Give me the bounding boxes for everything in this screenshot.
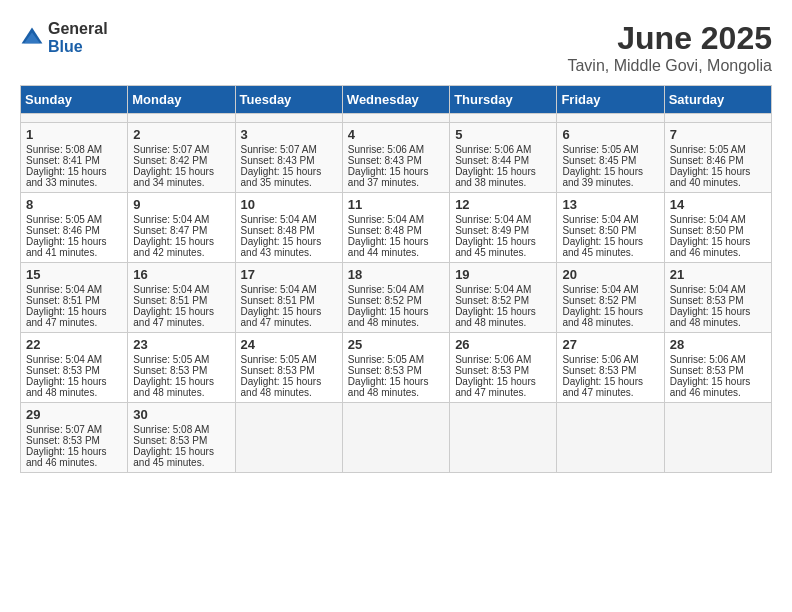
sunset-label: Sunset: 8:53 PM: [26, 365, 100, 376]
col-wednesday: Wednesday: [342, 86, 449, 114]
daylight-label: Daylight: 15 hours and 44 minutes.: [348, 236, 429, 258]
day-number: 25: [348, 337, 444, 352]
sunrise-label: Sunrise: 5:04 AM: [562, 284, 638, 295]
daylight-label: Daylight: 15 hours and 45 minutes.: [133, 446, 214, 468]
sunset-label: Sunset: 8:48 PM: [348, 225, 422, 236]
sunrise-label: Sunrise: 5:04 AM: [348, 284, 424, 295]
calendar-cell: 13 Sunrise: 5:04 AM Sunset: 8:50 PM Dayl…: [557, 193, 664, 263]
day-number: 3: [241, 127, 337, 142]
day-number: 15: [26, 267, 122, 282]
day-number: 13: [562, 197, 658, 212]
daylight-label: Daylight: 15 hours and 46 minutes.: [670, 236, 751, 258]
daylight-label: Daylight: 15 hours and 48 minutes.: [670, 306, 751, 328]
calendar-cell: [450, 403, 557, 473]
day-number: 23: [133, 337, 229, 352]
calendar-table: Sunday Monday Tuesday Wednesday Thursday…: [20, 85, 772, 473]
logo-general: General: [48, 20, 108, 37]
calendar-cell: 9 Sunrise: 5:04 AM Sunset: 8:47 PM Dayli…: [128, 193, 235, 263]
sunset-label: Sunset: 8:53 PM: [455, 365, 529, 376]
day-number: 24: [241, 337, 337, 352]
sunset-label: Sunset: 8:50 PM: [670, 225, 744, 236]
sunrise-label: Sunrise: 5:05 AM: [562, 144, 638, 155]
sunrise-label: Sunrise: 5:04 AM: [670, 284, 746, 295]
calendar-cell: 16 Sunrise: 5:04 AM Sunset: 8:51 PM Dayl…: [128, 263, 235, 333]
daylight-label: Daylight: 15 hours and 37 minutes.: [348, 166, 429, 188]
sunrise-label: Sunrise: 5:06 AM: [455, 354, 531, 365]
header: General Blue June 2025 Tavin, Middle Gov…: [20, 20, 772, 75]
sunset-label: Sunset: 8:51 PM: [26, 295, 100, 306]
day-number: 19: [455, 267, 551, 282]
col-tuesday: Tuesday: [235, 86, 342, 114]
sunrise-label: Sunrise: 5:06 AM: [348, 144, 424, 155]
daylight-label: Daylight: 15 hours and 45 minutes.: [562, 236, 643, 258]
sunrise-label: Sunrise: 5:04 AM: [26, 354, 102, 365]
col-sunday: Sunday: [21, 86, 128, 114]
sunrise-label: Sunrise: 5:05 AM: [133, 354, 209, 365]
calendar-cell: 5 Sunrise: 5:06 AM Sunset: 8:44 PM Dayli…: [450, 123, 557, 193]
daylight-label: Daylight: 15 hours and 48 minutes.: [133, 376, 214, 398]
day-number: 2: [133, 127, 229, 142]
calendar-cell: 1 Sunrise: 5:08 AM Sunset: 8:41 PM Dayli…: [21, 123, 128, 193]
daylight-label: Daylight: 15 hours and 46 minutes.: [670, 376, 751, 398]
sunset-label: Sunset: 8:50 PM: [562, 225, 636, 236]
sunset-label: Sunset: 8:41 PM: [26, 155, 100, 166]
sunset-label: Sunset: 8:53 PM: [670, 295, 744, 306]
calendar-cell: 18 Sunrise: 5:04 AM Sunset: 8:52 PM Dayl…: [342, 263, 449, 333]
sunset-label: Sunset: 8:47 PM: [133, 225, 207, 236]
sunset-label: Sunset: 8:53 PM: [562, 365, 636, 376]
calendar-cell: 6 Sunrise: 5:05 AM Sunset: 8:45 PM Dayli…: [557, 123, 664, 193]
daylight-label: Daylight: 15 hours and 46 minutes.: [26, 446, 107, 468]
calendar-cell: [664, 114, 771, 123]
calendar-cell: [664, 403, 771, 473]
sunrise-label: Sunrise: 5:04 AM: [26, 284, 102, 295]
day-number: 1: [26, 127, 122, 142]
calendar-week-3: 15 Sunrise: 5:04 AM Sunset: 8:51 PM Dayl…: [21, 263, 772, 333]
col-saturday: Saturday: [664, 86, 771, 114]
calendar-cell: 17 Sunrise: 5:04 AM Sunset: 8:51 PM Dayl…: [235, 263, 342, 333]
sunrise-label: Sunrise: 5:05 AM: [26, 214, 102, 225]
sunset-label: Sunset: 8:53 PM: [348, 365, 422, 376]
day-number: 21: [670, 267, 766, 282]
calendar-cell: 27 Sunrise: 5:06 AM Sunset: 8:53 PM Dayl…: [557, 333, 664, 403]
daylight-label: Daylight: 15 hours and 34 minutes.: [133, 166, 214, 188]
sunrise-label: Sunrise: 5:04 AM: [670, 214, 746, 225]
day-number: 9: [133, 197, 229, 212]
sunset-label: Sunset: 8:45 PM: [562, 155, 636, 166]
day-number: 11: [348, 197, 444, 212]
calendar-cell: [128, 114, 235, 123]
daylight-label: Daylight: 15 hours and 48 minutes.: [348, 306, 429, 328]
calendar-cell: 3 Sunrise: 5:07 AM Sunset: 8:43 PM Dayli…: [235, 123, 342, 193]
day-number: 20: [562, 267, 658, 282]
sunrise-label: Sunrise: 5:04 AM: [133, 214, 209, 225]
calendar-cell: 2 Sunrise: 5:07 AM Sunset: 8:42 PM Dayli…: [128, 123, 235, 193]
sunrise-label: Sunrise: 5:04 AM: [455, 214, 531, 225]
title-area: June 2025 Tavin, Middle Govi, Mongolia: [567, 20, 772, 75]
day-number: 16: [133, 267, 229, 282]
calendar-cell: 26 Sunrise: 5:06 AM Sunset: 8:53 PM Dayl…: [450, 333, 557, 403]
day-number: 8: [26, 197, 122, 212]
daylight-label: Daylight: 15 hours and 33 minutes.: [26, 166, 107, 188]
sunset-label: Sunset: 8:48 PM: [241, 225, 315, 236]
calendar-cell: [342, 114, 449, 123]
header-row: Sunday Monday Tuesday Wednesday Thursday…: [21, 86, 772, 114]
sunrise-label: Sunrise: 5:06 AM: [670, 354, 746, 365]
daylight-label: Daylight: 15 hours and 40 minutes.: [670, 166, 751, 188]
calendar-cell: 24 Sunrise: 5:05 AM Sunset: 8:53 PM Dayl…: [235, 333, 342, 403]
day-number: 4: [348, 127, 444, 142]
calendar-cell: 15 Sunrise: 5:04 AM Sunset: 8:51 PM Dayl…: [21, 263, 128, 333]
day-number: 6: [562, 127, 658, 142]
calendar-cell: 22 Sunrise: 5:04 AM Sunset: 8:53 PM Dayl…: [21, 333, 128, 403]
day-number: 17: [241, 267, 337, 282]
sunrise-label: Sunrise: 5:05 AM: [670, 144, 746, 155]
day-number: 28: [670, 337, 766, 352]
sunset-label: Sunset: 8:46 PM: [670, 155, 744, 166]
sunrise-label: Sunrise: 5:04 AM: [241, 214, 317, 225]
logo: General Blue: [20, 20, 108, 56]
calendar-cell: 12 Sunrise: 5:04 AM Sunset: 8:49 PM Dayl…: [450, 193, 557, 263]
calendar-cell: 23 Sunrise: 5:05 AM Sunset: 8:53 PM Dayl…: [128, 333, 235, 403]
calendar-cell: 29 Sunrise: 5:07 AM Sunset: 8:53 PM Dayl…: [21, 403, 128, 473]
sunset-label: Sunset: 8:53 PM: [133, 435, 207, 446]
location-title: Tavin, Middle Govi, Mongolia: [567, 57, 772, 75]
sunset-label: Sunset: 8:44 PM: [455, 155, 529, 166]
calendar-cell: [557, 403, 664, 473]
